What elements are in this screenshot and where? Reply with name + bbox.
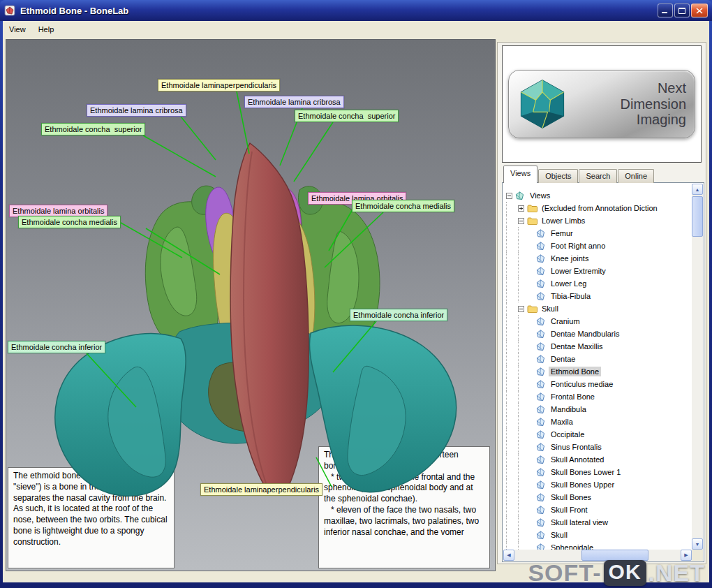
tree-item-views[interactable]: Views [506,189,692,202]
tree-expander-plus-icon[interactable] [518,205,527,212]
tree-item-skull[interactable]: Skull [506,529,692,541]
tree-item-skull-bones-upper[interactable]: Skull Bones Upper [506,478,692,491]
titlebar[interactable]: Ethmoid Bone - BoneLab [0,0,712,21]
annotation-label[interactable]: Ethmoidale laminaperpendicularis [200,483,322,496]
minimize-button[interactable] [658,3,673,17]
minimize-icon [662,8,669,14]
tab-online[interactable]: Online [618,169,654,183]
tab-objects[interactable]: Objects [538,169,578,183]
view-icon [536,455,549,464]
tree-guide-line [518,353,530,365]
tree-item-label: Frontal Bone [549,392,597,402]
annotation-label[interactable]: Ethmoidale concha medialis [18,216,121,228]
tree-item-tibia-fibula[interactable]: Tibia-Fibula [506,290,692,302]
next-dimension-imaging-logo: Next Dimension Imaging [502,45,702,163]
tree-item-dentae-mandbularis[interactable]: Dentae Mandbularis [506,328,692,340]
tree-guide-line [506,441,518,453]
tree-connector [530,252,536,265]
view-icon [536,443,549,452]
right-panel: Next Dimension Imaging Views Objects Sea… [497,42,706,564]
tree-guide-line [506,252,518,265]
tree-item-lower-limbs[interactable]: Lower Limbs [506,214,692,227]
tab-views[interactable]: Views [503,166,537,183]
tab-search[interactable]: Search [579,169,617,183]
tree-connector [530,315,536,328]
tree-item-label: Dentae Mandbularis [549,329,621,339]
close-button[interactable] [691,3,708,17]
tree-expander-minus-icon[interactable] [518,218,527,224]
tree-item-skull-lateral-view[interactable]: Skull lateral view [506,516,692,529]
tree-item-dentae-maxillis[interactable]: Dentae Maxillis [506,340,692,353]
tree-item-frontal-bone[interactable]: Frontal Bone [506,390,692,403]
tree-expander-minus-icon[interactable] [506,193,515,199]
tree-item-sinus-frontalis[interactable]: Sinus Frontalis [506,441,692,453]
tree-guide-line [506,390,518,403]
vertical-scroll-thumb[interactable] [692,196,703,237]
tree-connector [530,353,536,365]
scroll-up-button[interactable]: ▲ [692,184,703,195]
tree-item-skull[interactable]: Skull [506,302,692,315]
scroll-left-button[interactable]: ◀ [503,550,514,561]
views-tree: Views(Excluded from Annotation DictionLo… [503,184,692,550]
menu-view[interactable]: View [3,23,32,36]
tree-item-skull-front[interactable]: Skull Front [506,504,692,516]
tree-guide-line [518,390,530,403]
annotation-label[interactable]: Ethmoidale concha superior [41,123,145,135]
tree-item-foot-right-anno[interactable]: Foot Right anno [506,240,692,252]
tree-item-label: Sphenoidale [549,543,595,550]
tree-guide-line [506,365,518,378]
vertical-scrollbar[interactable]: ▲ ▼ [692,184,703,550]
annotation-label[interactable]: Ethmoidale lamina cribrosa [87,104,186,117]
maximize-button[interactable] [674,3,690,17]
tree-guide-line [518,265,530,277]
tree-guide-line [506,516,518,529]
annotation-label[interactable]: Ethmoidale laminaperpendicularis [158,79,280,91]
tree-guide-line [506,340,518,353]
logo-text: Next Dimension Imaging [621,80,686,127]
tree-item-label: Skull Bones Lower 1 [549,467,623,477]
logo-line-1: Next [621,80,686,96]
tree-item-excluded-from-annotation-diction[interactable]: (Excluded from Annotation Diction [506,202,692,214]
tree-guide-line [518,504,530,516]
tree-connector [530,428,536,441]
tree-connector [530,478,536,491]
menu-help[interactable]: Help [32,23,61,36]
tree-item-fonticulus-mediae[interactable]: Fonticulus mediae [506,378,692,390]
tree-item-knee-joints[interactable]: Knee joints [506,252,692,265]
tree-item-mandibula[interactable]: Mandibula [506,403,692,416]
scroll-down-button[interactable]: ▼ [692,538,703,550]
tree-item-skull-bones-lower-1[interactable]: Skull Bones Lower 1 [506,466,692,478]
3d-viewer[interactable]: The ethmoid bone (from Greek ethmos, "si… [6,39,496,571]
tree-guide-line [518,252,530,265]
tree-item-label: Dentae Maxillis [549,341,605,351]
tree-item-skull-bones[interactable]: Skull Bones [506,491,692,504]
tree-connector [530,265,536,277]
tree-guide-line [506,302,518,315]
annotation-label[interactable]: Ethmoidale lamina cribrosa [244,96,344,108]
tree-item-label: Cranium [549,316,582,326]
tree-item-dentae[interactable]: Dentae [506,353,692,365]
tree-guide-line [506,353,518,365]
annotation-label[interactable]: Ethmoidale concha inferior [8,341,105,353]
annotation-label[interactable]: Ethmoidale concha medialis [352,200,454,212]
tree-item-occipitale[interactable]: Occipitale [506,428,692,441]
panel-tabs: Views Objects Search Online [503,167,655,183]
tree-item-label: Skull Bones [549,492,593,502]
tree-item-label: Skull lateral view [549,517,610,527]
tree-item-maxila[interactable]: Maxila [506,416,692,428]
tree-item-sphenoidale[interactable]: Sphenoidale [506,541,692,550]
tree-connector [530,365,536,378]
tree-item-lower-extremity[interactable]: Lower Extremity [506,265,692,277]
tree-item-lower-leg[interactable]: Lower Leg [506,277,692,290]
tree-expander-minus-icon[interactable] [518,306,527,312]
tree-item-cranium[interactable]: Cranium [506,315,692,328]
tree-guide-line [506,277,518,290]
tree-item-ethmoid-bone[interactable]: Ethmoid Bone [506,365,692,378]
annotation-label[interactable]: Ethmoidale concha superior [295,110,399,122]
tree-item-skull-annotated[interactable]: Skull Annotated [506,453,692,466]
tree-item-femur[interactable]: Femur [506,227,692,240]
bonelab-window: { "window": { "title": "Ethmoid Bone - B… [0,0,712,588]
annotation-label[interactable]: Ethmoidale concha inferior [350,309,447,321]
view-icon [536,493,549,502]
tree-connector [530,466,536,478]
